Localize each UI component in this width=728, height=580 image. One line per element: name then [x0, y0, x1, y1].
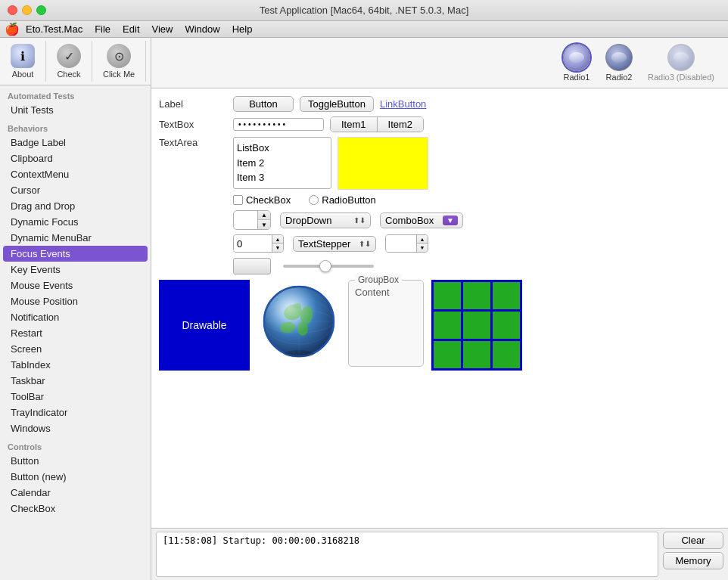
text-stepper-arrow-icon: ⬆⬇ [359, 240, 371, 248]
link-button[interactable]: LinkButton [380, 98, 426, 110]
sidebar-item-checkbox[interactable]: CheckBox [0, 501, 151, 516]
numeric-stepper-up[interactable]: ▲ [272, 235, 283, 243]
dropdown-spinner[interactable]: ▲ ▼ [233, 210, 271, 230]
drawable-box[interactable]: Drawable [159, 280, 250, 371]
minimize-button[interactable] [22, 5, 32, 15]
sidebar-item-mouse-position[interactable]: Mouse Position [0, 293, 151, 309]
about-button[interactable]: ℹ About [0, 41, 46, 82]
listbox-item-2: Item 3 [237, 170, 328, 185]
checkbox-label: CheckBox [246, 194, 291, 206]
sidebar-item-contextmenu[interactable]: ContextMenu [0, 166, 151, 182]
seg-item1[interactable]: Item1 [331, 117, 378, 132]
close-button[interactable] [8, 5, 17, 15]
small-rect-button[interactable] [233, 258, 271, 274]
sidebar-item-unit-tests[interactable]: Unit Tests [0, 102, 151, 118]
section-controls: Controls [0, 436, 151, 453]
radio1-button[interactable]: Radio1 [557, 41, 596, 85]
apple-menu[interactable]: 🍎 [5, 21, 20, 38]
numeric-stepper-down[interactable]: ▼ [272, 243, 283, 252]
bottom-buttons: Clear Memory [663, 532, 723, 569]
radio-label: RadioButton [322, 194, 376, 206]
numeric-input[interactable]: 0 [234, 235, 272, 252]
grid-cell-4 [463, 312, 490, 339]
grid-cell-7 [463, 341, 490, 368]
combobox[interactable]: ComboBox ▼ [380, 212, 463, 228]
checkbox-wrapper[interactable]: CheckBox [233, 194, 291, 206]
main-button[interactable]: Button [233, 96, 294, 112]
toggle-button[interactable]: ToggleButton [300, 96, 374, 112]
sidebar-item-windows[interactable]: Windows [0, 420, 151, 436]
row-stepper: 0 ▲ ▼ TextStepper ⬆⬇ ▲ ▼ [159, 234, 720, 253]
sidebar-item-key-events[interactable]: Key Events [0, 262, 151, 278]
sidebar-item-badge-label[interactable]: Badge Label [0, 135, 151, 150]
sidebar-item-trayindicator[interactable]: TrayIndicator [0, 405, 151, 420]
sidebar-item-tabindex[interactable]: TabIndex [0, 357, 151, 373]
green-grid [431, 280, 522, 371]
radio2-disc [605, 44, 633, 71]
sidebar-item-focus-events[interactable]: Focus Events [3, 246, 148, 262]
groupbox-content: Content [355, 287, 390, 298]
dropdown[interactable]: DropDown ⬆⬇ [280, 212, 371, 228]
extra-stepper-up[interactable]: ▲ [417, 235, 428, 243]
radio-wrapper[interactable]: RadioButton [309, 194, 376, 206]
sidebar-item-taskbar[interactable]: Taskbar [0, 373, 151, 389]
seg-item2[interactable]: Item2 [378, 117, 424, 132]
textbox-password[interactable]: •••••••••• [233, 118, 324, 131]
about-label: About [12, 70, 34, 79]
sidebar-item-screen[interactable]: Screen [0, 341, 151, 357]
radio2-button[interactable]: Radio2 [599, 41, 639, 85]
row-dropdown: ▲ ▼ DropDown ⬆⬇ ComboBox ▼ [159, 210, 720, 230]
slider[interactable] [283, 265, 374, 268]
numeric-stepper-arrows: ▲ ▼ [272, 235, 283, 252]
check-label: Check [57, 70, 80, 79]
checkbox-input[interactable] [233, 195, 243, 205]
dropdown-spinner-up[interactable]: ▲ [258, 211, 270, 220]
extra-stepper-down[interactable]: ▼ [417, 243, 428, 252]
radio1-disc [563, 44, 590, 71]
sidebar-item-notification[interactable]: Notification [0, 309, 151, 325]
dropdown-spinner-down[interactable]: ▼ [258, 220, 270, 229]
radio-input[interactable] [309, 195, 319, 205]
sidebar-item-button[interactable]: Button [0, 453, 151, 469]
sidebar-item-calendar[interactable]: Calendar [0, 485, 151, 501]
sidebar-item-drag-and-drop[interactable]: Drag and Drop [0, 198, 151, 214]
dropdown-spinner-input[interactable] [234, 211, 257, 229]
menu-app[interactable]: Eto.Test.Mac [20, 21, 89, 38]
sidebar-item-dynamic-focus[interactable]: Dynamic Focus [0, 214, 151, 230]
textarea-label: TextArea [159, 137, 227, 148]
sidebar-item-restart[interactable]: Restart [0, 325, 151, 341]
sidebar-item-dynamic-menubar[interactable]: Dynamic MenuBar [0, 230, 151, 246]
menu-edit[interactable]: Edit [117, 21, 145, 38]
section-automated-tests: Automated Tests [0, 85, 151, 102]
menu-window[interactable]: Window [179, 21, 226, 38]
sidebar-item-clipboard[interactable]: Clipboard [0, 150, 151, 166]
section-behaviors: Behaviors [0, 118, 151, 135]
text-stepper[interactable]: TextStepper ⬆⬇ [293, 236, 376, 252]
sidebar-item-cursor[interactable]: Cursor [0, 182, 151, 198]
menu-view[interactable]: View [146, 21, 179, 38]
combobox-arrow-button[interactable]: ▼ [443, 216, 458, 225]
menu-help[interactable]: Help [226, 21, 259, 38]
clickme-label: Click Me [103, 70, 135, 79]
log-output: [11:58:08] Startup: 00:00:00.3168218 [156, 532, 658, 577]
menu-file[interactable]: File [89, 21, 117, 38]
memory-button[interactable]: Memory [663, 552, 723, 569]
panel-content: Label Button ToggleButton LinkButton Tex… [151, 88, 728, 528]
window-title: Test Application [Mac64, 64bit, .NET 5.0… [260, 5, 469, 16]
maximize-button[interactable] [36, 5, 46, 15]
sidebar-item-mouse-events[interactable]: Mouse Events [0, 278, 151, 293]
grid-cell-8 [493, 341, 520, 368]
clickme-button[interactable]: ⊙ Click Me [92, 41, 146, 82]
radio3-disc [667, 44, 695, 71]
listbox[interactable]: ListBox Item 2 Item 3 [233, 137, 331, 189]
sidebar-item-toolbar[interactable]: ToolBar [0, 389, 151, 405]
clear-button[interactable]: Clear [663, 532, 723, 549]
check-button[interactable]: ✓ Check [46, 41, 92, 82]
content-area: Radio1 Radio2 Radio3 (Disabled) Label [151, 38, 728, 580]
slider-thumb[interactable] [319, 260, 331, 272]
extra-stepper-input[interactable] [386, 235, 416, 252]
combobox-label: ComboBox [385, 215, 434, 226]
sidebar-item-button-new[interactable]: Button (new) [0, 469, 151, 485]
dropdown-arrow-icon: ⬆⬇ [353, 216, 366, 225]
svg-point-12 [284, 350, 314, 358]
